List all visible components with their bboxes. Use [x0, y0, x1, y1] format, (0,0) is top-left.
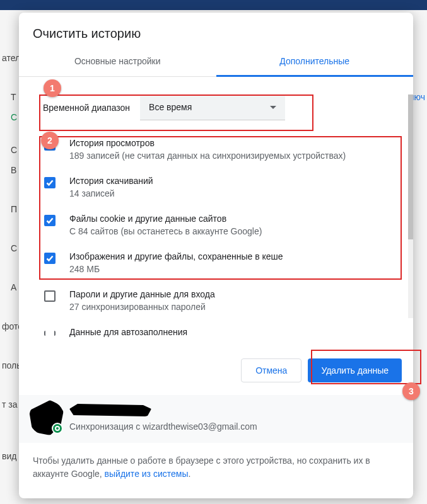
footer-note: Чтобы удалить данные о работе в браузере…: [19, 443, 413, 498]
delete-data-button[interactable]: Удалить данные: [308, 358, 402, 382]
time-range-value: Все время: [149, 102, 192, 112]
checkbox-cookies[interactable]: [44, 215, 56, 226]
scrollbar-thumb[interactable]: [408, 94, 413, 239]
browser-top-band: [0, 0, 427, 10]
item-autofill: Данные для автозаполнения: [33, 319, 399, 340]
avatar-wrap: [33, 405, 61, 433]
sync-badge-icon: [52, 423, 63, 434]
item-download-history: История скачиваний 14 записей: [33, 168, 399, 206]
item-browsing-history: История просмотров 189 записей (не счита…: [33, 130, 399, 168]
account-name-redacted: [69, 406, 399, 418]
item-sub: 189 записей (не считая данных на синхрон…: [69, 151, 399, 161]
annotation-badge-2: 2: [41, 132, 59, 149]
time-range-row: Временной диапазон Все время: [33, 84, 399, 130]
item-cookies: Файлы cookie и другие данные сайтов С 84…: [33, 206, 399, 244]
account-section: Синхронизация с wizardthewise03@gmail.co…: [19, 395, 413, 443]
dialog-buttons: Отмена Удалить данные: [19, 346, 413, 395]
dialog-content: Временной диапазон Все время История про…: [19, 77, 413, 346]
item-sub: 14 записей: [69, 188, 399, 198]
bg-text: ь И: [0, 498, 427, 504]
item-title: Файлы cookie и другие данные сайтов: [69, 214, 399, 224]
item-passwords: Пароли и другие данные для входа 27 синх…: [33, 282, 399, 319]
checkbox-download-history[interactable]: [44, 177, 56, 188]
item-title: Изображения и другие файлы, сохраненные …: [69, 251, 399, 261]
annotation-badge-1: 1: [44, 79, 61, 97]
time-range-dropdown[interactable]: Все время: [140, 94, 285, 120]
tab-advanced[interactable]: Дополнительные: [216, 47, 414, 77]
clear-history-dialog: Очистить историю Основные настройки Допо…: [19, 13, 413, 498]
checkbox-passwords[interactable]: [44, 290, 56, 302]
item-title: Данные для автозаполнения: [69, 327, 399, 337]
item-sub: 27 синхронизированных паролей: [69, 302, 399, 312]
item-title: История скачиваний: [69, 176, 399, 186]
dialog-title: Очистить историю: [19, 13, 413, 47]
name-redaction: [69, 404, 151, 416]
time-range-label: Временной диапазон: [43, 103, 130, 113]
tabs: Основные настройки Дополнительные: [19, 47, 413, 77]
item-title: Пароли и другие данные для входа: [69, 289, 399, 299]
item-title: История просмотров: [69, 138, 399, 148]
sign-out-link[interactable]: выйдите из системы: [105, 469, 189, 479]
cancel-button[interactable]: Отмена: [241, 358, 301, 382]
footer-text-before: Чтобы удалить данные о работе в браузере…: [33, 455, 370, 479]
item-cached-images: Изображения и другие файлы, сохраненные …: [33, 244, 399, 282]
chevron-down-icon: [270, 106, 276, 109]
annotation-badge-3: 3: [402, 382, 420, 400]
item-sub: 248 МБ: [69, 264, 399, 274]
checkbox-autofill[interactable]: [44, 331, 56, 336]
checkbox-cached-images[interactable]: [44, 253, 56, 264]
tab-basic[interactable]: Основные настройки: [19, 47, 216, 76]
item-sub: С 84 сайтов (вы останетесь в аккаунте Go…: [69, 226, 399, 236]
account-sync-text: Синхронизация с wizardthewise03@gmail.co…: [69, 421, 399, 432]
footer-text-after: .: [188, 469, 190, 479]
